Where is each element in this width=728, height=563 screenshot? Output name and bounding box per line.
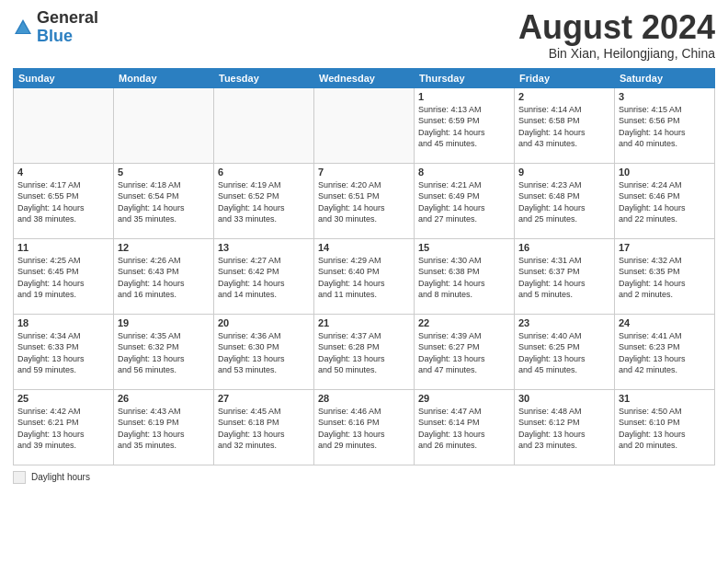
calendar-cell: 22Sunrise: 4:39 AM Sunset: 6:27 PM Dayli…: [415, 314, 515, 389]
calendar-week-row: 18Sunrise: 4:34 AM Sunset: 6:33 PM Dayli…: [14, 314, 715, 389]
calendar: SundayMondayTuesdayWednesdayThursdayFrid…: [13, 68, 715, 465]
day-number: 13: [218, 242, 310, 253]
weekday-header: Wednesday: [314, 68, 415, 87]
calendar-cell: 19Sunrise: 4:35 AM Sunset: 6:32 PM Dayli…: [114, 314, 214, 389]
day-number: 19: [118, 317, 210, 328]
day-info: Sunrise: 4:13 AM Sunset: 6:59 PM Dayligh…: [418, 104, 510, 150]
weekday-header: Monday: [114, 68, 214, 87]
calendar-week-row: 1Sunrise: 4:13 AM Sunset: 6:59 PM Daylig…: [14, 87, 715, 163]
day-number: 5: [118, 167, 210, 178]
weekday-header: Saturday: [615, 68, 715, 87]
calendar-cell: 15Sunrise: 4:30 AM Sunset: 6:38 PM Dayli…: [415, 238, 515, 314]
logo-text: General Blue: [37, 9, 98, 46]
day-number: 4: [17, 167, 109, 178]
legend-box: [13, 471, 26, 484]
day-number: 25: [17, 393, 109, 404]
calendar-cell: 18Sunrise: 4:34 AM Sunset: 6:33 PM Dayli…: [14, 314, 114, 389]
day-info: Sunrise: 4:36 AM Sunset: 6:30 PM Dayligh…: [218, 330, 310, 376]
day-info: Sunrise: 4:45 AM Sunset: 6:18 PM Dayligh…: [218, 406, 310, 452]
logo: General Blue: [13, 9, 98, 46]
day-number: 3: [619, 91, 711, 102]
header: General Blue August 2024 Bin Xian, Heilo…: [13, 9, 715, 61]
day-number: 14: [318, 242, 410, 253]
calendar-cell: 4Sunrise: 4:17 AM Sunset: 6:55 PM Daylig…: [14, 163, 114, 238]
month-title: August 2024: [518, 9, 715, 46]
day-info: Sunrise: 4:20 AM Sunset: 6:51 PM Dayligh…: [318, 179, 410, 225]
logo-blue: Blue: [37, 27, 73, 45]
weekday-header: Friday: [515, 68, 615, 87]
calendar-cell: 8Sunrise: 4:21 AM Sunset: 6:49 PM Daylig…: [415, 163, 515, 238]
calendar-cell: 3Sunrise: 4:15 AM Sunset: 6:56 PM Daylig…: [615, 87, 715, 163]
calendar-cell: 24Sunrise: 4:41 AM Sunset: 6:23 PM Dayli…: [615, 314, 715, 389]
day-number: 1: [418, 91, 510, 102]
calendar-cell: 2Sunrise: 4:14 AM Sunset: 6:58 PM Daylig…: [515, 87, 615, 163]
legend: Daylight hours: [13, 471, 715, 484]
day-info: Sunrise: 4:15 AM Sunset: 6:56 PM Dayligh…: [619, 104, 711, 150]
day-info: Sunrise: 4:35 AM Sunset: 6:32 PM Dayligh…: [118, 330, 210, 376]
day-number: 23: [518, 317, 610, 328]
day-info: Sunrise: 4:17 AM Sunset: 6:55 PM Dayligh…: [17, 179, 109, 225]
day-info: Sunrise: 4:43 AM Sunset: 6:19 PM Dayligh…: [118, 406, 210, 452]
calendar-cell: 13Sunrise: 4:27 AM Sunset: 6:42 PM Dayli…: [214, 238, 314, 314]
day-info: Sunrise: 4:29 AM Sunset: 6:40 PM Dayligh…: [318, 255, 410, 301]
calendar-cell: 5Sunrise: 4:18 AM Sunset: 6:54 PM Daylig…: [114, 163, 214, 238]
calendar-cell: 11Sunrise: 4:25 AM Sunset: 6:45 PM Dayli…: [14, 238, 114, 314]
calendar-cell: 14Sunrise: 4:29 AM Sunset: 6:40 PM Dayli…: [314, 238, 415, 314]
day-info: Sunrise: 4:19 AM Sunset: 6:52 PM Dayligh…: [218, 179, 310, 225]
day-number: 10: [619, 167, 711, 178]
day-number: 6: [218, 167, 310, 178]
calendar-cell: 28Sunrise: 4:46 AM Sunset: 6:16 PM Dayli…: [314, 389, 415, 465]
day-number: 9: [518, 167, 610, 178]
day-number: 29: [418, 393, 510, 404]
day-number: 8: [418, 167, 510, 178]
day-info: Sunrise: 4:25 AM Sunset: 6:45 PM Dayligh…: [17, 255, 109, 301]
weekday-header-row: SundayMondayTuesdayWednesdayThursdayFrid…: [14, 68, 715, 87]
calendar-cell: [114, 87, 214, 163]
day-number: 24: [619, 317, 711, 328]
calendar-cell: 17Sunrise: 4:32 AM Sunset: 6:35 PM Dayli…: [615, 238, 715, 314]
calendar-cell: 30Sunrise: 4:48 AM Sunset: 6:12 PM Dayli…: [515, 389, 615, 465]
calendar-cell: 16Sunrise: 4:31 AM Sunset: 6:37 PM Dayli…: [515, 238, 615, 314]
weekday-header: Tuesday: [214, 68, 314, 87]
calendar-cell: 29Sunrise: 4:47 AM Sunset: 6:14 PM Dayli…: [415, 389, 515, 465]
calendar-week-row: 25Sunrise: 4:42 AM Sunset: 6:21 PM Dayli…: [14, 389, 715, 465]
day-info: Sunrise: 4:48 AM Sunset: 6:12 PM Dayligh…: [518, 406, 610, 452]
calendar-cell: 10Sunrise: 4:24 AM Sunset: 6:46 PM Dayli…: [615, 163, 715, 238]
day-number: 28: [318, 393, 410, 404]
day-info: Sunrise: 4:26 AM Sunset: 6:43 PM Dayligh…: [118, 255, 210, 301]
day-number: 12: [118, 242, 210, 253]
calendar-cell: 7Sunrise: 4:20 AM Sunset: 6:51 PM Daylig…: [314, 163, 415, 238]
calendar-week-row: 11Sunrise: 4:25 AM Sunset: 6:45 PM Dayli…: [14, 238, 715, 314]
day-number: 31: [619, 393, 711, 404]
weekday-header: Sunday: [14, 68, 114, 87]
day-number: 11: [17, 242, 109, 253]
calendar-cell: 9Sunrise: 4:23 AM Sunset: 6:48 PM Daylig…: [515, 163, 615, 238]
day-info: Sunrise: 4:21 AM Sunset: 6:49 PM Dayligh…: [418, 179, 510, 225]
day-info: Sunrise: 4:39 AM Sunset: 6:27 PM Dayligh…: [418, 330, 510, 376]
day-number: 20: [218, 317, 310, 328]
calendar-cell: [314, 87, 415, 163]
day-info: Sunrise: 4:34 AM Sunset: 6:33 PM Dayligh…: [17, 330, 109, 376]
calendar-cell: 20Sunrise: 4:36 AM Sunset: 6:30 PM Dayli…: [214, 314, 314, 389]
calendar-cell: 23Sunrise: 4:40 AM Sunset: 6:25 PM Dayli…: [515, 314, 615, 389]
day-info: Sunrise: 4:37 AM Sunset: 6:28 PM Dayligh…: [318, 330, 410, 376]
legend-label: Daylight hours: [31, 472, 90, 482]
day-number: 17: [619, 242, 711, 253]
day-info: Sunrise: 4:32 AM Sunset: 6:35 PM Dayligh…: [619, 255, 711, 301]
day-number: 18: [17, 317, 109, 328]
title-block: August 2024 Bin Xian, Heilongjiang, Chin…: [518, 9, 715, 61]
weekday-header: Thursday: [415, 68, 515, 87]
day-number: 22: [418, 317, 510, 328]
day-number: 7: [318, 167, 410, 178]
day-info: Sunrise: 4:42 AM Sunset: 6:21 PM Dayligh…: [17, 406, 109, 452]
day-number: 2: [518, 91, 610, 102]
logo-icon: [13, 17, 33, 38]
calendar-cell: 6Sunrise: 4:19 AM Sunset: 6:52 PM Daylig…: [214, 163, 314, 238]
calendar-cell: 26Sunrise: 4:43 AM Sunset: 6:19 PM Dayli…: [114, 389, 214, 465]
day-info: Sunrise: 4:31 AM Sunset: 6:37 PM Dayligh…: [518, 255, 610, 301]
calendar-week-row: 4Sunrise: 4:17 AM Sunset: 6:55 PM Daylig…: [14, 163, 715, 238]
calendar-cell: 21Sunrise: 4:37 AM Sunset: 6:28 PM Dayli…: [314, 314, 415, 389]
day-info: Sunrise: 4:47 AM Sunset: 6:14 PM Dayligh…: [418, 406, 510, 452]
calendar-cell: [14, 87, 114, 163]
calendar-cell: 12Sunrise: 4:26 AM Sunset: 6:43 PM Dayli…: [114, 238, 214, 314]
